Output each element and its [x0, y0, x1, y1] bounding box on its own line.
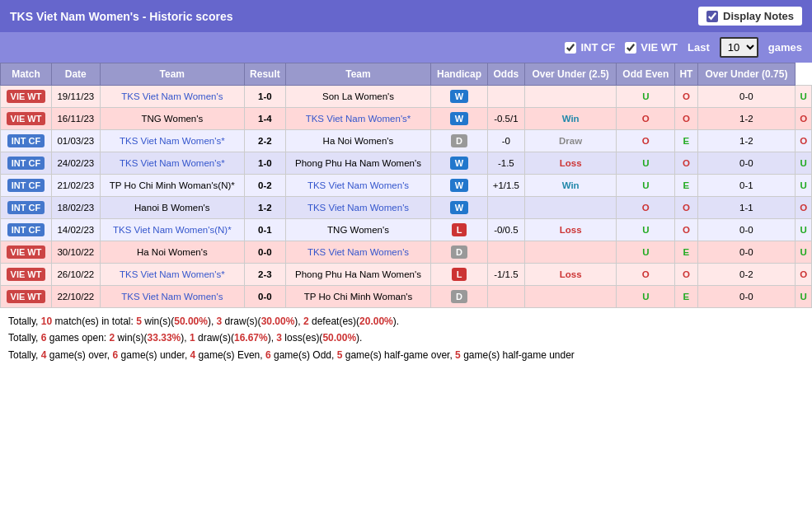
team2: Son La Women's	[285, 86, 430, 108]
odd-even: O	[675, 197, 697, 219]
summary-section: Totally, 10 match(es) in total: 5 win(s)…	[0, 308, 812, 368]
ou25: U	[617, 241, 675, 264]
match-date: 30/10/22	[52, 241, 101, 264]
table-row: INT CF24/02/23TKS Viet Nam Women's*1-0Ph…	[1, 152, 812, 175]
handicap: +1/1.5	[487, 175, 524, 197]
team2[interactable]: TKS Viet Nam Women's	[285, 241, 430, 264]
ou075: O	[796, 264, 812, 286]
col-ou25: Over Under (2.5)	[524, 63, 617, 86]
match-date: 16/11/23	[52, 108, 101, 130]
handicap	[487, 286, 524, 308]
match-date: 19/11/23	[52, 86, 101, 108]
match-result: 1-0	[245, 86, 286, 108]
odds: Loss	[524, 152, 617, 175]
match-result: 2-3	[245, 264, 286, 286]
viewt-filter[interactable]: VIE WT	[625, 41, 678, 54]
ou25: U	[617, 175, 675, 197]
team1[interactable]: TKS Viet Nam Women's*	[100, 130, 244, 152]
header: TKS Viet Nam Women's - Historic scores D…	[0, 0, 812, 32]
ou25: U	[617, 219, 675, 241]
match-badge: INT CF	[1, 130, 52, 152]
table-row: VIE WT30/10/22Ha Noi Women's0-0TKS Viet …	[1, 241, 812, 264]
team2[interactable]: TKS Viet Nam Women's	[285, 175, 430, 197]
col-handicap: Handicap	[431, 63, 488, 86]
col-team2: Team	[285, 63, 430, 86]
col-match: Match	[1, 63, 52, 86]
match-result: 2-2	[245, 130, 286, 152]
wdl-badge: W	[431, 86, 488, 108]
ou075: O	[796, 197, 812, 219]
odds	[524, 86, 617, 108]
odds: Draw	[524, 130, 617, 152]
wdl-badge: D	[431, 130, 488, 152]
display-notes-label: Display Notes	[723, 10, 794, 22]
odd-even: E	[675, 175, 697, 197]
ou075: O	[796, 108, 812, 130]
col-ou075: Over Under (0.75)	[697, 63, 796, 86]
match-badge: VIE WT	[1, 86, 52, 108]
wdl-badge: W	[431, 175, 488, 197]
team1[interactable]: TKS Viet Nam Women's*	[100, 264, 244, 286]
team1[interactable]: TKS Viet Nam Women's*	[100, 152, 244, 175]
ou25: U	[617, 286, 675, 308]
wdl-badge: W	[431, 152, 488, 175]
team2[interactable]: TKS Viet Nam Women's*	[285, 108, 430, 130]
col-odds: Odds	[487, 63, 524, 86]
table-row: VIE WT26/10/22TKS Viet Nam Women's*2-3Ph…	[1, 264, 812, 286]
wdl-badge: W	[431, 197, 488, 219]
ht-score: 1-2	[697, 108, 796, 130]
handicap: -0.5/1	[487, 108, 524, 130]
team1[interactable]: TKS Viet Nam Women's	[100, 286, 244, 308]
table-row: INT CF14/02/23TKS Viet Nam Women's(N)*0-…	[1, 219, 812, 241]
team1[interactable]: TKS Viet Nam Women's	[100, 86, 244, 108]
intcf-checkbox[interactable]	[565, 42, 576, 54]
col-date: Date	[52, 63, 101, 86]
table-row: VIE WT16/11/23TNG Women's1-4TKS Viet Nam…	[1, 108, 812, 130]
team1: Ha Noi Women's	[100, 241, 244, 264]
odd-even: E	[675, 130, 697, 152]
wdl-badge: D	[431, 241, 488, 264]
match-result: 0-0	[245, 241, 286, 264]
ou25: O	[617, 197, 675, 219]
display-notes-control[interactable]: Display Notes	[698, 7, 802, 26]
match-result: 1-2	[245, 197, 286, 219]
handicap: -0/0.5	[487, 219, 524, 241]
match-date: 14/02/23	[52, 219, 101, 241]
odds: Loss	[524, 264, 617, 286]
last-label: Last	[688, 41, 710, 54]
match-badge: VIE WT	[1, 108, 52, 130]
team1: Hanoi B Women's	[100, 197, 244, 219]
match-badge: VIE WT	[1, 264, 52, 286]
viewt-label: VIE WT	[641, 41, 678, 54]
team1: TP Ho Chi Minh Woman's(N)*	[100, 175, 244, 197]
match-badge: VIE WT	[1, 286, 52, 308]
team2[interactable]: TKS Viet Nam Women's	[285, 197, 430, 219]
games-select[interactable]: 5 10 15 20 All	[720, 37, 758, 58]
odds: Loss	[524, 219, 617, 241]
handicap: -1.5	[487, 152, 524, 175]
match-date: 21/02/23	[52, 175, 101, 197]
match-result: 0-2	[245, 175, 286, 197]
viewt-checkbox[interactable]	[625, 42, 636, 54]
wdl-badge: L	[431, 264, 488, 286]
ou25: O	[617, 108, 675, 130]
handicap: -1/1.5	[487, 264, 524, 286]
odd-even: O	[675, 264, 697, 286]
odd-even: O	[675, 219, 697, 241]
table-row: VIE WT19/11/23TKS Viet Nam Women's1-0Son…	[1, 86, 812, 108]
ou075: U	[796, 241, 812, 264]
display-notes-checkbox[interactable]	[706, 11, 718, 22]
ht-score: 1-1	[697, 197, 796, 219]
match-date: 26/10/22	[52, 264, 101, 286]
match-result: 1-0	[245, 152, 286, 175]
ou25: U	[617, 86, 675, 108]
wdl-badge: D	[431, 286, 488, 308]
intcf-filter[interactable]: INT CF	[565, 41, 615, 54]
col-oddeven: Odd Even	[617, 63, 675, 86]
ou25: U	[617, 152, 675, 175]
team1[interactable]: TKS Viet Nam Women's(N)*	[100, 219, 244, 241]
page-title: TKS Viet Nam Women's - Historic scores	[10, 10, 232, 23]
handicap: -0	[487, 130, 524, 152]
filter-bar: INT CF VIE WT Last 5 10 15 20 All games	[0, 32, 812, 63]
table-row: INT CF21/02/23TP Ho Chi Minh Woman's(N)*…	[1, 175, 812, 197]
